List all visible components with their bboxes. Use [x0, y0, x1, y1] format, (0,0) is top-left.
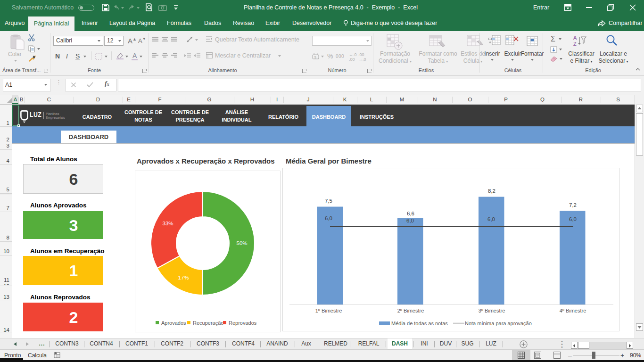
svg-text:6,0: 6,0 — [406, 218, 414, 223]
svg-text:Reprovados: Reprovados — [229, 320, 257, 326]
svg-text:7,2: 7,2 — [569, 202, 577, 208]
svg-text:6,0: 6,0 — [569, 216, 577, 222]
svg-text:A: A — [573, 35, 577, 41]
svg-text:$: $ — [314, 55, 317, 59]
svg-text:6,6: 6,6 — [407, 211, 414, 216]
svg-text:50%: 50% — [236, 240, 247, 246]
svg-text:33%: 33% — [162, 221, 173, 226]
svg-text:2º Bimestre: 2º Bimestre — [397, 308, 424, 313]
svg-text:Recuperação: Recuperação — [193, 320, 223, 326]
svg-text:17%: 17% — [178, 275, 189, 280]
svg-text:Média de todas as notas: Média de todas as notas — [391, 321, 448, 326]
svg-text:4º Bimestre: 4º Bimestre — [560, 308, 586, 313]
svg-text:7,5: 7,5 — [325, 198, 332, 204]
svg-text:Aprovados: Aprovados — [161, 320, 186, 326]
svg-text:8,2: 8,2 — [488, 188, 495, 194]
svg-text:1º Bimestre: 1º Bimestre — [315, 308, 342, 313]
svg-text:6,0: 6,0 — [325, 215, 332, 221]
svg-text:Nota mínima para aprovação: Nota mínima para aprovação — [465, 321, 532, 326]
svg-text:3º Bimestre: 3º Bimestre — [479, 308, 505, 313]
svg-text:6,0: 6,0 — [487, 216, 495, 222]
svg-text:Z: Z — [573, 41, 577, 47]
